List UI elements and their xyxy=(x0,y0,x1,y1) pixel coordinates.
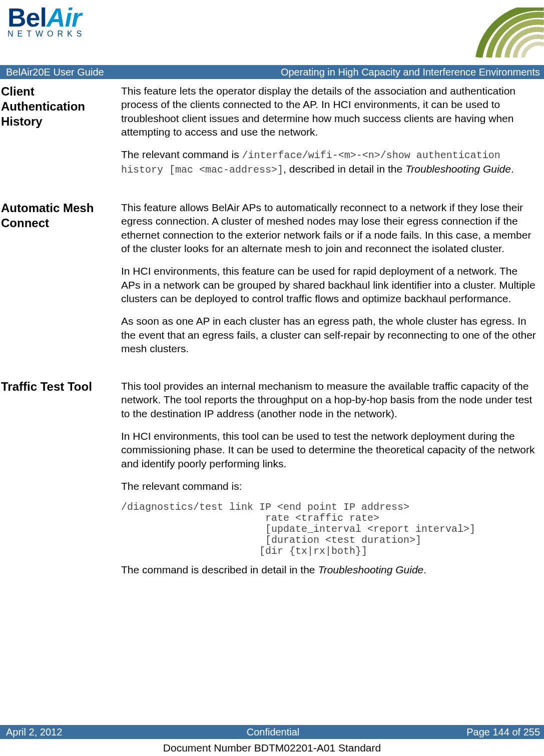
section: Traffic Test ToolThis tool provides an i… xyxy=(0,379,544,585)
logo-text-air: Air xyxy=(47,3,81,32)
section-heading: Client Authentication History xyxy=(0,84,109,186)
paragraph: The relevant command is /interface/wifi-… xyxy=(121,148,539,177)
footer-date: April 2, 2012 xyxy=(6,726,184,738)
paragraph: This feature allows BelAir APs to automa… xyxy=(121,201,539,255)
text-run: The relevant command is xyxy=(121,149,242,160)
section: Client Authentication HistoryThis featur… xyxy=(0,84,544,186)
text-run: , described in detail in the xyxy=(283,163,405,175)
section-heading: Automatic Mesh Connect xyxy=(0,201,109,364)
paragraph: As soon as one AP in each cluster has an… xyxy=(121,314,539,355)
paragraph: This feature lets the operator display t… xyxy=(121,84,539,139)
guide-title: BelAir20E User Guide xyxy=(6,67,104,78)
section: Automatic Mesh ConnectThis feature allow… xyxy=(0,201,544,364)
reference-title: Troubleshooting Guide xyxy=(405,163,511,175)
paragraph: In HCI environments, this feature can be… xyxy=(121,264,539,305)
code-block: /diagnostics/test link IP <end point IP … xyxy=(121,502,539,557)
footer-page: Page 144 of 255 xyxy=(362,726,540,738)
section-body: This feature lets the operator display t… xyxy=(121,84,544,186)
text-run: . xyxy=(423,564,426,575)
section-heading: Traffic Test Tool xyxy=(0,379,109,585)
belair-logo: BelAir NETWORKS xyxy=(8,3,105,39)
chapter-title: Operating in High Capacity and Interfere… xyxy=(281,67,540,78)
reference-title: Troubleshooting Guide xyxy=(318,564,423,575)
section-body: This tool provides an internal mechanism… xyxy=(121,379,544,585)
logo-text-bel: Bel xyxy=(8,3,47,32)
footer-banner: April 2, 2012 Confidential Page 144 of 2… xyxy=(0,725,544,739)
page-header: BelAir NETWORKS xyxy=(0,0,544,65)
page: BelAir NETWORKS BelAir20E User Guide Ope… xyxy=(0,0,544,756)
footer-confidential: Confidential xyxy=(184,726,362,738)
paragraph: In HCI environments, this tool can be us… xyxy=(121,429,539,470)
logo-text-networks: NETWORKS xyxy=(8,30,105,39)
text-run: . xyxy=(511,163,514,175)
section-body: This feature allows BelAir APs to automa… xyxy=(121,201,544,364)
paragraph: The command is described in detail in th… xyxy=(121,563,539,576)
content-area: Client Authentication HistoryThis featur… xyxy=(0,79,544,586)
document-number: Document Number BDTM02201-A01 Standard xyxy=(0,742,544,754)
paragraph: The relevant command is: xyxy=(121,479,539,493)
paragraph: This tool provides an internal mechanism… xyxy=(121,379,539,420)
arc-icon xyxy=(469,8,544,58)
text-run: The command is described in detail in th… xyxy=(121,564,318,575)
title-banner: BelAir20E User Guide Operating in High C… xyxy=(0,65,544,79)
